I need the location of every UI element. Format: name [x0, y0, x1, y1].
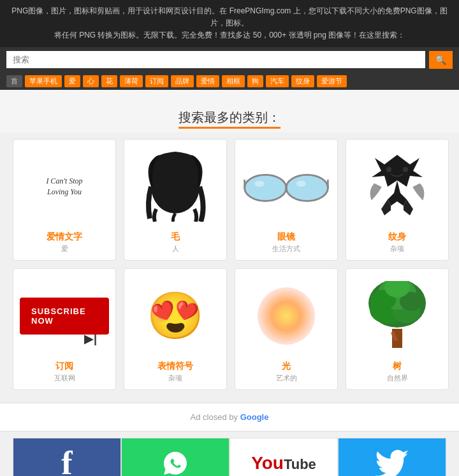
- nav-tag-love[interactable]: 爱: [64, 75, 80, 87]
- nav-tag-flower[interactable]: 花: [101, 75, 117, 87]
- category-sub-emoji: 杂项: [168, 373, 182, 383]
- whatsapp-card[interactable]: [121, 438, 229, 476]
- category-name-tattoo: 纹身: [388, 231, 406, 243]
- nav-tag-frame[interactable]: 相框: [222, 75, 245, 87]
- whatsapp-svg: [159, 447, 192, 476]
- ad-bar: Ad closed by Google: [0, 403, 459, 431]
- nav-tags: 首 苹果手机 爱 心 花 薄荷 订阅 品牌 爱情 相框 狗 汽车 纹身 爱游节: [0, 73, 459, 90]
- ad-brand: Google: [240, 412, 269, 422]
- twitter-card[interactable]: [338, 438, 446, 476]
- nav-tag-festival[interactable]: 爱游节: [317, 75, 347, 87]
- category-sub-subscribe: 互联网: [54, 373, 75, 383]
- category-name-emoji: 表情符号: [157, 361, 193, 372]
- tree-svg: [359, 281, 435, 351]
- category-image-love-text: I Can't StopLoving You: [20, 148, 109, 225]
- twitter-svg: [375, 450, 409, 476]
- nav-tag-apple[interactable]: 苹果手机: [25, 75, 62, 87]
- category-emoji[interactable]: 😍 表情符号 杂项: [124, 268, 227, 390]
- category-name-glasses: 眼镜: [277, 231, 295, 243]
- category-sub-tattoo: 杂项: [390, 244, 404, 254]
- category-glasses[interactable]: 眼镜 生活方式: [235, 139, 338, 261]
- ad-text: Ad closed by: [191, 412, 238, 422]
- header-description: PNG图像，图片，图标和剪贴画，用于设计和网页设计目的。在 FreePNGImg…: [6, 5, 453, 42]
- category-image-glasses: [242, 148, 331, 225]
- category-image-subscribe: SUBSCRIBE NOW ▶|: [20, 278, 109, 354]
- whatsapp-icon: [122, 438, 229, 476]
- svg-point-8: [255, 180, 265, 186]
- nav-tag-subscribe[interactable]: 订阅: [145, 75, 168, 87]
- youtube-icon: YouTube: [230, 438, 337, 476]
- svg-point-10: [386, 167, 391, 172]
- nav-tag-brand[interactable]: 品牌: [171, 75, 194, 87]
- category-name-tree: 树: [393, 361, 402, 372]
- search-button[interactable]: 🔍: [429, 51, 453, 69]
- category-image-tattoo: [353, 148, 442, 225]
- category-name-light: 光: [282, 361, 291, 372]
- category-sub-glasses: 生活方式: [272, 244, 300, 254]
- emoji-icon: 😍: [147, 289, 204, 343]
- category-image-tree: [353, 278, 442, 354]
- category-image-hair: [131, 148, 220, 225]
- subscribe-button[interactable]: SUBSCRIBE NOW ▶|: [20, 298, 109, 335]
- nav-tag-tattoo[interactable]: 纹身: [291, 75, 314, 87]
- nav-tag-love2[interactable]: 爱情: [196, 75, 219, 87]
- search-input[interactable]: [6, 51, 425, 68]
- love-text-image: I Can't StopLoving You: [46, 176, 82, 198]
- category-tattoo[interactable]: 纹身 杂项: [346, 139, 449, 261]
- category-name-hair: 毛: [171, 231, 180, 243]
- category-image-emoji: 😍: [131, 278, 220, 354]
- nav-tag-home[interactable]: 首: [6, 75, 22, 87]
- light-glow: [258, 287, 315, 345]
- category-hair[interactable]: 毛 人: [124, 139, 227, 261]
- facebook-card[interactable]: f: [13, 438, 121, 476]
- category-sub-love-text: 爱: [61, 244, 68, 254]
- nav-tag-mint[interactable]: 薄荷: [120, 75, 143, 87]
- category-grid: I Can't StopLoving You 爱情文字 爱 毛 人: [0, 133, 459, 403]
- category-light[interactable]: 光 艺术的: [235, 268, 338, 390]
- site-header: PNG图像，图片，图标和剪贴画，用于设计和网页设计目的。在 FreePNGImg…: [0, 0, 459, 47]
- section-title: 搜索最多的类别：: [0, 90, 459, 133]
- hair-svg: [137, 152, 214, 222]
- twitter-icon: [339, 438, 446, 476]
- facebook-icon: f: [13, 438, 120, 476]
- category-name-love-text: 爱情文字: [47, 231, 82, 243]
- bottom-icon-grid: f YouTube: [0, 431, 459, 476]
- nav-tag-heart[interactable]: 心: [83, 75, 99, 87]
- nav-tag-dog[interactable]: 狗: [247, 75, 263, 87]
- category-sub-tree: 自然界: [387, 373, 408, 383]
- search-bar: 🔍: [0, 47, 459, 73]
- category-subscribe[interactable]: SUBSCRIBE NOW ▶| 订阅 互联网: [13, 268, 116, 390]
- category-image-light: [242, 278, 331, 354]
- category-love-text[interactable]: I Can't StopLoving You 爱情文字 爱: [13, 139, 116, 261]
- category-sub-light: 艺术的: [276, 373, 297, 383]
- tattoo-svg: [362, 152, 432, 222]
- youtube-card[interactable]: YouTube: [229, 438, 338, 476]
- glasses-svg: [242, 161, 331, 212]
- svg-point-11: [403, 167, 408, 172]
- category-name-subscribe: 订阅: [55, 361, 73, 372]
- category-tree[interactable]: 树 自然界: [346, 268, 449, 390]
- svg-point-9: [296, 180, 306, 186]
- category-sub-hair: 人: [172, 244, 179, 254]
- nav-tag-car[interactable]: 汽车: [266, 75, 289, 87]
